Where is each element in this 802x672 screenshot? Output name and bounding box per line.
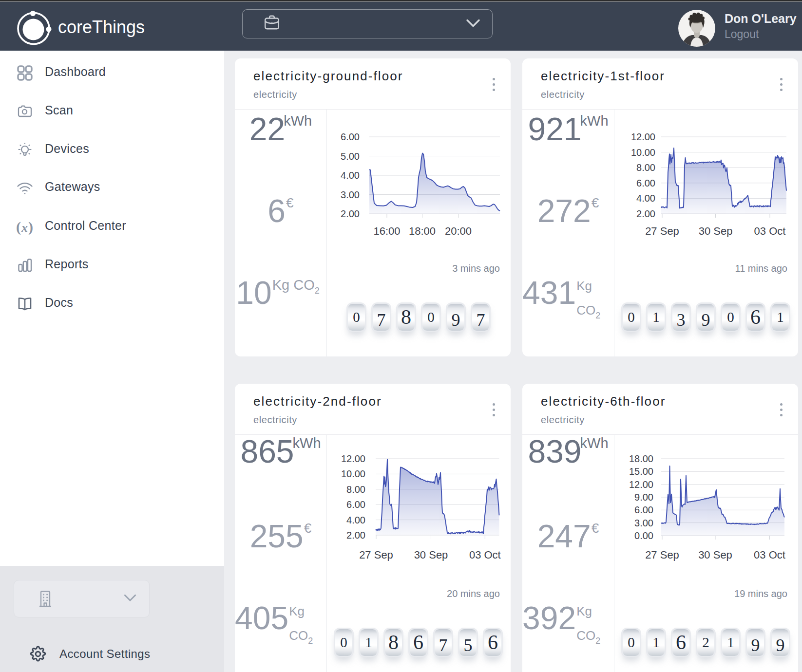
svg-text:2.00: 2.00 bbox=[341, 208, 360, 219]
svg-text:0.00: 0.00 bbox=[634, 530, 653, 541]
svg-text:03 Oct: 03 Oct bbox=[469, 549, 501, 561]
svg-text:27 Sep: 27 Sep bbox=[645, 549, 679, 561]
svg-text:12.00: 12.00 bbox=[341, 453, 365, 464]
svg-text:6.00: 6.00 bbox=[346, 499, 365, 510]
svg-text:8.00: 8.00 bbox=[346, 484, 365, 495]
svg-text:2.00: 2.00 bbox=[346, 530, 365, 541]
svg-text:30 Sep: 30 Sep bbox=[698, 549, 732, 561]
svg-text:5.00: 5.00 bbox=[341, 151, 360, 162]
svg-text:4.00: 4.00 bbox=[346, 515, 365, 525]
svg-text:8.00: 8.00 bbox=[636, 162, 655, 173]
svg-text:6.00: 6.00 bbox=[634, 504, 653, 515]
svg-text:12.00: 12.00 bbox=[629, 479, 653, 490]
svg-text:27 Sep: 27 Sep bbox=[359, 549, 393, 561]
svg-text:20:00: 20:00 bbox=[445, 225, 472, 237]
svg-text:12.00: 12.00 bbox=[631, 131, 655, 142]
svg-text:6.00: 6.00 bbox=[636, 178, 655, 188]
svg-text:03 Oct: 03 Oct bbox=[754, 549, 785, 561]
svg-text:10.00: 10.00 bbox=[631, 147, 655, 158]
svg-text:16:00: 16:00 bbox=[373, 225, 400, 237]
svg-text:18.00: 18.00 bbox=[629, 453, 653, 464]
svg-text:3.00: 3.00 bbox=[634, 518, 653, 528]
svg-text:03 Oct: 03 Oct bbox=[754, 225, 786, 237]
svg-text:30 Sep: 30 Sep bbox=[699, 225, 733, 237]
svg-text:27 Sep: 27 Sep bbox=[645, 225, 679, 237]
svg-text:4.00: 4.00 bbox=[636, 193, 655, 204]
svg-text:15.00: 15.00 bbox=[629, 466, 653, 477]
svg-text:30 Sep: 30 Sep bbox=[414, 549, 448, 561]
svg-text:3.00: 3.00 bbox=[341, 189, 360, 200]
svg-text:10.00: 10.00 bbox=[341, 468, 365, 479]
svg-text:4.00: 4.00 bbox=[341, 170, 360, 181]
svg-text:18:00: 18:00 bbox=[409, 225, 436, 237]
svg-text:6.00: 6.00 bbox=[341, 131, 360, 142]
svg-text:9.00: 9.00 bbox=[634, 492, 653, 503]
svg-text:2.00: 2.00 bbox=[636, 208, 655, 219]
